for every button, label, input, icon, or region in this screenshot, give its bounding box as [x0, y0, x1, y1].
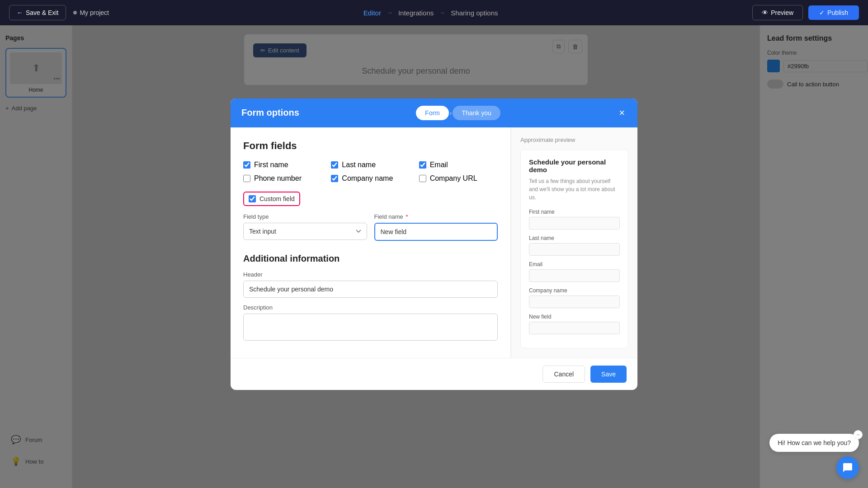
cancel-label: Cancel — [554, 371, 574, 378]
preview-first-name-label: First name — [529, 209, 620, 215]
sharing-options-nav-link[interactable]: Sharing options — [451, 9, 498, 17]
field-type-select[interactable]: Text input Dropdown Checkbox — [243, 223, 367, 240]
back-icon: ← — [17, 9, 23, 16]
tab-thank-you[interactable]: Thank you — [453, 106, 500, 120]
form-options-modal: Form options Form › Thank you × Form fie… — [231, 99, 637, 390]
fields-grid: First name Last name Email Phone number — [243, 161, 498, 183]
description-label: Description — [243, 304, 498, 311]
save-label: Save — [601, 371, 616, 378]
field-first-name[interactable]: First name — [243, 161, 322, 169]
checkbox-company-url[interactable] — [419, 175, 426, 182]
project-name: My project — [73, 9, 109, 16]
preview-description: Tell us a few things about yourself and … — [529, 177, 620, 202]
preview-card: Schedule your personal demo Tell us a fe… — [520, 150, 628, 348]
checkbox-first-name[interactable] — [243, 161, 250, 169]
integrations-nav-link[interactable]: Integrations — [398, 9, 434, 17]
tab-thank-you-label: Thank you — [462, 109, 491, 117]
preview-label: Approximate preview — [520, 136, 628, 143]
checkbox-custom-field[interactable] — [249, 195, 256, 202]
checkbox-email[interactable] — [419, 161, 426, 169]
tab-form-label: Form — [425, 109, 440, 117]
cancel-button[interactable]: Cancel — [542, 366, 585, 383]
tab-form[interactable]: Form — [416, 106, 449, 120]
arrow-2: → — [439, 9, 445, 16]
form-fields-title: Form fields — [243, 140, 498, 152]
project-name-label: My project — [80, 9, 109, 16]
modal-overlay[interactable]: Form options Form › Thank you × Form fie… — [0, 0, 868, 488]
nav-center: Editor → Integrations → Sharing options — [363, 9, 498, 17]
modal-title: Form options — [241, 108, 299, 118]
modal-tabs: Form › Thank you — [416, 106, 500, 120]
save-button[interactable]: Save — [590, 366, 627, 383]
field-type-group: Field type Text input Dropdown Checkbox — [243, 213, 367, 241]
preview-field-first-name: First name — [529, 209, 620, 230]
field-phone[interactable]: Phone number — [243, 174, 322, 183]
preview-new-field-input — [529, 322, 620, 334]
preview-last-name-label: Last name — [529, 235, 620, 241]
custom-field-row: Custom field — [243, 192, 300, 206]
company-name-label: Company name — [342, 174, 393, 183]
save-exit-button[interactable]: ← Save & Exit — [9, 5, 66, 20]
modal-header: Form options Form › Thank you × — [231, 99, 637, 127]
chat-bubble: Hi! How can we help you? − — [769, 434, 859, 452]
check-icon: ✓ — [819, 9, 825, 16]
field-config: Field type Text input Dropdown Checkbox … — [243, 213, 498, 241]
preview-field-last-name: Last name — [529, 235, 620, 256]
field-name-input[interactable] — [374, 223, 498, 241]
chat-widget: Hi! How can we help you? − — [769, 434, 859, 479]
field-name-group: Field name * — [374, 213, 498, 241]
field-last-name[interactable]: Last name — [331, 161, 410, 169]
chat-open-button[interactable] — [836, 456, 859, 479]
field-company-name[interactable]: Company name — [331, 174, 410, 183]
form-section: Form fields First name Last name Email — [231, 127, 511, 358]
preview-email-label: Email — [529, 261, 620, 267]
top-nav: ← Save & Exit My project Editor → Integr… — [0, 0, 868, 25]
header-label: Header — [243, 271, 498, 278]
field-type-label: Field type — [243, 213, 367, 220]
nav-right: 👁 Preview ✓ Publish — [752, 5, 859, 20]
preview-section: Approximate preview Schedule your person… — [511, 127, 637, 358]
modal-close-button[interactable]: × — [617, 107, 627, 119]
additional-title: Additional information — [243, 253, 498, 264]
preview-email-input — [529, 269, 620, 282]
header-input[interactable] — [243, 281, 498, 298]
custom-field-label[interactable]: Custom field — [259, 195, 295, 202]
field-name-label: Field name * — [374, 213, 498, 220]
first-name-label: First name — [254, 161, 288, 169]
preview-field-email: Email — [529, 261, 620, 282]
phone-label: Phone number — [254, 174, 302, 183]
description-textarea[interactable] — [243, 314, 498, 341]
nav-left: ← Save & Exit My project — [9, 5, 109, 20]
preview-label: Preview — [771, 9, 793, 16]
field-company-url[interactable]: Company URL — [419, 174, 498, 183]
preview-title: Schedule your personal demo — [529, 158, 620, 174]
chat-bubble-text: Hi! How can we help you? — [778, 439, 851, 446]
chat-icon — [842, 462, 853, 473]
modal-body: Form fields First name Last name Email — [231, 127, 637, 358]
editor-nav-link[interactable]: Editor — [363, 9, 381, 17]
eye-icon: 👁 — [762, 9, 768, 16]
checkbox-last-name[interactable] — [331, 161, 338, 169]
additional-section: Additional information Header Descriptio… — [243, 253, 498, 343]
arrow-1: → — [387, 9, 393, 16]
project-dot — [73, 11, 77, 14]
checkbox-phone[interactable] — [243, 175, 250, 182]
company-url-label: Company URL — [430, 174, 477, 183]
checkbox-company-name[interactable] — [331, 175, 338, 182]
email-label: Email — [430, 161, 448, 169]
preview-button[interactable]: 👁 Preview — [752, 5, 803, 20]
preview-first-name-input — [529, 217, 620, 230]
header-group: Header — [243, 271, 498, 298]
publish-button[interactable]: ✓ Publish — [808, 5, 859, 20]
preview-field-new-field: New field — [529, 314, 620, 334]
field-email[interactable]: Email — [419, 161, 498, 169]
preview-company-name-input — [529, 296, 620, 308]
preview-field-company-name: Company name — [529, 287, 620, 308]
last-name-label: Last name — [342, 161, 376, 169]
preview-last-name-input — [529, 243, 620, 256]
save-exit-label: Save & Exit — [26, 9, 58, 16]
preview-company-name-label: Company name — [529, 287, 620, 294]
required-asterisk: * — [406, 213, 408, 220]
chat-close-button[interactable]: − — [854, 430, 863, 439]
description-group: Description — [243, 304, 498, 343]
